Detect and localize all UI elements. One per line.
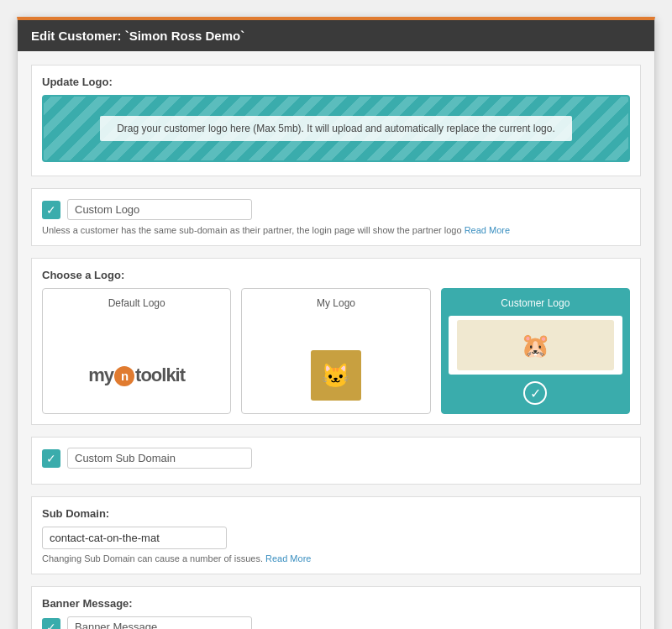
banner-message-row: ✓: [42, 616, 630, 629]
logo-option-my[interactable]: My Logo 🐱: [241, 288, 430, 414]
checkmark-icon-3: ✓: [46, 621, 56, 630]
modal-body: Update Logo: Drag your customer logo her…: [18, 51, 654, 629]
sub-domain-section: Sub Domain: Changing Sub Domain can caus…: [31, 496, 641, 574]
custom-logo-checkbox[interactable]: ✓: [42, 201, 60, 219]
sub-domain-read-more-link[interactable]: Read More: [265, 553, 311, 563]
hamster-image: 🐹: [457, 320, 614, 370]
default-logo-image: myntoolkit: [50, 346, 223, 405]
sub-domain-label: Sub Domain:: [42, 507, 630, 520]
mynttoolkit-logo-text: myntoolkit: [88, 364, 185, 386]
update-logo-section: Update Logo: Drag your customer logo her…: [31, 65, 641, 176]
n-circle-icon: n: [114, 366, 134, 386]
my-logo-title: My Logo: [317, 297, 355, 309]
logo-option-customer[interactable]: Customer Logo 🐹 ✓: [441, 288, 630, 414]
custom-logo-section: ✓ Unless a customer has the same sub-dom…: [31, 188, 641, 246]
customer-logo-check-icon: ✓: [523, 381, 547, 405]
custom-logo-row: ✓: [42, 199, 630, 220]
modal-title: Edit Customer: `Simon Ross Demo`: [31, 29, 244, 43]
my-logo-image: 🐱: [249, 346, 423, 405]
customer-logo-image: 🐹: [449, 316, 622, 375]
custom-logo-input[interactable]: [67, 199, 252, 220]
customer-logo-title: Customer Logo: [501, 297, 570, 309]
cat-image: 🐱: [311, 350, 361, 401]
custom-sub-domain-section: ✓: [31, 437, 641, 485]
checkmark-icon: ✓: [46, 203, 56, 217]
choose-logo-section: Choose a Logo: Default Logo myntoolkit M…: [31, 258, 641, 425]
default-logo-title: Default Logo: [108, 297, 165, 309]
logo-drop-zone[interactable]: Drag your customer logo here (Max 5mb). …: [42, 95, 630, 162]
logo-option-default[interactable]: Default Logo myntoolkit: [42, 288, 231, 414]
update-logo-label: Update Logo:: [42, 76, 630, 88]
sub-domain-helper: Changing Sub Domain can cause a number o…: [42, 553, 630, 563]
banner-message-label: Banner Message:: [42, 597, 630, 610]
modal-header: Edit Customer: `Simon Ross Demo`: [18, 20, 654, 51]
drop-zone-text: Drag your customer logo here (Max 5mb). …: [100, 116, 572, 141]
custom-sub-domain-checkbox[interactable]: ✓: [42, 449, 60, 468]
banner-message-section: Banner Message: ✓: [31, 586, 641, 629]
edit-customer-modal: Edit Customer: `Simon Ross Demo` Update …: [17, 17, 655, 629]
banner-message-input[interactable]: [67, 616, 252, 629]
custom-logo-helper: Unless a customer has the same sub-domai…: [42, 225, 630, 235]
custom-logo-read-more-link[interactable]: Read More: [465, 225, 510, 235]
logo-chooser: Default Logo myntoolkit My Logo 🐱: [42, 288, 630, 414]
checkmark-icon-2: ✓: [46, 452, 56, 465]
custom-sub-domain-row: ✓: [42, 448, 630, 469]
custom-sub-domain-input[interactable]: [67, 448, 252, 469]
sub-domain-input[interactable]: [42, 527, 227, 549]
choose-logo-label: Choose a Logo:: [42, 269, 630, 281]
banner-message-checkbox[interactable]: ✓: [42, 618, 60, 630]
